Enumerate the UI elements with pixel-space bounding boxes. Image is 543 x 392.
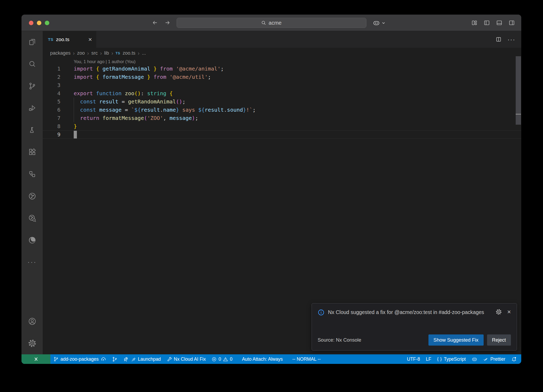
window-controls (29, 15, 49, 31)
line-number: 4 (43, 89, 60, 98)
chevron-right-icon: › (73, 50, 75, 56)
wrench-icon (167, 356, 172, 362)
close-notification-icon[interactable]: × (507, 309, 511, 315)
edge-browser-icon[interactable] (21, 229, 43, 251)
info-icon (318, 308, 325, 316)
git-graph-icon (112, 356, 117, 362)
settings-gear-icon[interactable] (21, 332, 43, 354)
zoom-window-button[interactable] (45, 21, 49, 25)
typescript-file-icon: TS (48, 37, 53, 42)
code-line[interactable]: 3 (43, 81, 521, 89)
minimize-window-button[interactable] (37, 21, 41, 25)
show-suggested-fix-button[interactable]: Show Suggested Fix (428, 334, 484, 346)
forward-arrow-icon[interactable] (164, 20, 170, 26)
code-line[interactable]: 5 const result = getRandomAnimal(); (43, 98, 521, 106)
nx-console-icon[interactable] (21, 163, 43, 185)
eol-item[interactable]: LF (423, 354, 434, 364)
code-line[interactable]: 9 (43, 130, 521, 139)
chevron-right-icon: › (111, 50, 113, 56)
breadcrumb-item[interactable]: zoo (77, 50, 85, 56)
notification-source: Source: Nx Console (318, 337, 361, 343)
chevron-down-icon (382, 21, 386, 25)
errors-icon (212, 357, 217, 362)
command-center-search[interactable]: acme (177, 18, 366, 28)
close-window-button[interactable] (29, 21, 33, 25)
code-line[interactable]: 8} (43, 122, 521, 130)
more-actions-icon[interactable]: ··· (507, 36, 515, 43)
branch-name: add-zoo-packages (60, 356, 99, 362)
code-line[interactable]: 6 const message = `${result.name} says $… (43, 106, 521, 114)
line-number: 9 (43, 130, 60, 139)
vscode-window: acme (21, 15, 521, 364)
launchpad-item[interactable]: Launchpad (120, 354, 164, 364)
language-mode-item[interactable]: { } TypeScript (434, 354, 469, 364)
close-tab-icon[interactable]: × (88, 36, 92, 43)
vim-mode-item[interactable]: -- NORMAL -- (289, 354, 323, 364)
tab-label: zoo.ts (56, 37, 86, 42)
toggle-primary-sidebar-icon[interactable] (484, 20, 490, 26)
nx-cloud-ai-fix-item[interactable]: Nx Cloud AI Fix (164, 354, 209, 364)
notification-message: Nx Cloud suggested a fix for @acme/zoo:t… (328, 308, 487, 316)
chevron-right-icon: › (87, 50, 89, 56)
code-line[interactable]: 2import { formatMessage } from '@acme/ut… (43, 73, 521, 81)
encoding-item[interactable]: UTF-8 (404, 354, 423, 364)
status-bar: add-zoo-packages Launchpad Nx Cloud AI F… (21, 354, 521, 364)
run-debug-icon[interactable] (21, 97, 43, 119)
explorer-icon[interactable] (21, 31, 43, 53)
breadcrumb-file[interactable]: zoo.ts (122, 50, 135, 56)
line-number: 6 (43, 106, 60, 114)
line-number: 8 (43, 122, 60, 130)
line-number: 5 (43, 98, 60, 106)
extensions-icon[interactable] (21, 141, 43, 163)
breadcrumb-more[interactable]: ... (142, 50, 146, 56)
code-line[interactable]: 7 return formatMessage('ZOO', message); (43, 114, 521, 122)
git-branch-icon (53, 356, 59, 362)
error-count: 0 (218, 356, 221, 362)
copilot-status-item[interactable] (469, 354, 480, 364)
formatter-item[interactable]: Prettier (480, 354, 508, 364)
breadcrumb-item[interactable]: src (91, 50, 98, 56)
code-line[interactable]: 4export function zoo(): string { (43, 89, 521, 98)
warnings-icon (223, 357, 228, 362)
tab-zoo-ts[interactable]: TS zoo.ts × (43, 31, 96, 48)
copilot-icon (373, 19, 380, 27)
remote-icon (33, 356, 39, 362)
remote-indicator[interactable] (21, 354, 50, 364)
notification-toast: Nx Cloud suggested a fix for @acme/zoo:t… (312, 303, 517, 351)
search-view-icon[interactable] (21, 53, 43, 75)
line-number: 1 (43, 65, 60, 73)
toggle-secondary-sidebar-icon[interactable] (509, 20, 515, 26)
copilot-icon (472, 356, 477, 362)
breadcrumb-item[interactable]: packages (50, 50, 71, 56)
search-value: acme (269, 20, 282, 26)
additional-views-icon[interactable]: ··· (21, 251, 43, 273)
account-icon[interactable] (21, 310, 43, 332)
warning-count: 0 (230, 356, 233, 362)
breadcrumb-item[interactable]: lib (104, 50, 109, 56)
reject-button[interactable]: Reject (487, 334, 511, 346)
braces-icon: { } (437, 357, 442, 361)
problems-item[interactable]: 0 0 (209, 354, 235, 364)
project-graph-icon[interactable] (21, 185, 43, 207)
auto-attach-item[interactable]: Auto Attach: Always (239, 354, 286, 364)
back-arrow-icon[interactable] (152, 20, 158, 26)
toggle-panel-icon[interactable] (496, 20, 502, 26)
split-editor-icon[interactable] (496, 36, 502, 42)
overview-ruler-cursor-marker (516, 114, 521, 115)
notifications-bell-item[interactable] (508, 354, 520, 364)
line-number: 7 (43, 114, 60, 122)
line-number: 3 (43, 81, 60, 89)
code-line[interactable]: 1import { getRandomAnimal } from '@acme/… (43, 65, 521, 73)
source-control-icon[interactable] (21, 75, 43, 97)
testing-icon[interactable] (21, 119, 43, 141)
nx-cloud-ai-fix-label: Nx Cloud AI Fix (174, 356, 206, 362)
notification-settings-gear-icon[interactable] (496, 309, 502, 315)
git-blame-annotation: You, 1 hour ago | 1 author (You) (43, 58, 521, 65)
graph-search-icon[interactable] (21, 207, 43, 229)
git-branch-item[interactable]: add-zoo-packages (50, 354, 109, 364)
copilot-menu[interactable] (373, 15, 386, 31)
git-graph-item[interactable] (109, 354, 120, 364)
title-bar: acme (21, 15, 521, 31)
customize-layout-icon[interactable] (471, 20, 478, 26)
code-lines: 1import { getRandomAnimal } from '@acme/… (43, 65, 521, 139)
